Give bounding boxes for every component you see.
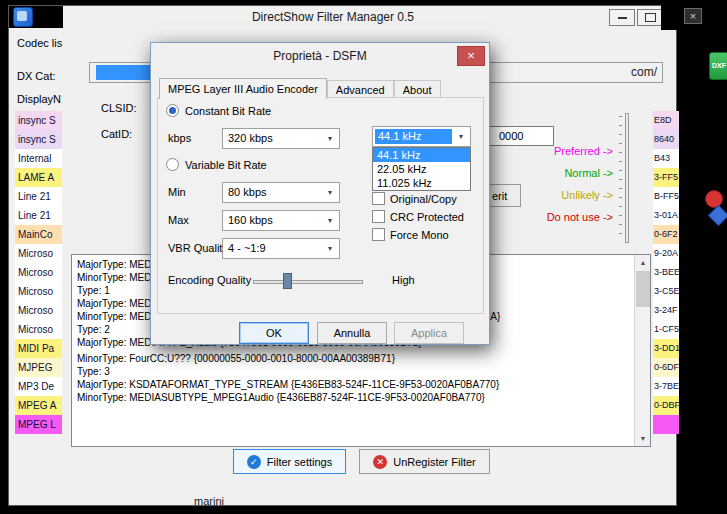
sample-rate-combobox[interactable]: 44.1 kHz ▾ xyxy=(372,126,471,147)
tab-mpeg-encoder[interactable]: MPEG Layer III Audio Encoder xyxy=(159,78,327,99)
vbr-quality-combobox[interactable]: 4 - ~1:9 ▾ xyxy=(222,238,340,259)
clsid-list-row[interactable]: 3-C5E xyxy=(653,282,679,301)
ok-button[interactable]: OK xyxy=(239,322,309,344)
constant-bitrate-label: Constant Bit Rate xyxy=(185,105,271,117)
maximize-icon xyxy=(645,13,656,22)
vbr-max-combobox[interactable]: 160 kbps ▾ xyxy=(222,210,340,231)
filter-list-row[interactable]: MIDI Pa xyxy=(15,339,62,358)
apply-button[interactable]: Applica xyxy=(394,322,464,344)
filter-list-row[interactable]: Microso xyxy=(15,301,62,320)
dropdown-arrow-icon: ▾ xyxy=(323,183,337,202)
dropdown-arrow-icon: ▾ xyxy=(323,211,337,230)
clsid-list-row[interactable]: 0-6F2 xyxy=(653,225,679,244)
output-line: MinorType: MEDIASUBTYPE_MPEG1Audio {E436… xyxy=(77,391,485,404)
merit-slider-groove xyxy=(625,113,629,243)
vbr-max-value: 160 kbps xyxy=(228,211,273,230)
filter-settings-label: Filter settings xyxy=(267,456,332,468)
minimize-icon xyxy=(618,17,627,19)
filter-list-row[interactable]: Microso xyxy=(15,320,62,339)
dx-cat-label: DX Cat: xyxy=(17,70,56,82)
codec-list-label: Codec lis xyxy=(17,37,62,49)
dropdown-option[interactable]: 11.025 kHz xyxy=(373,176,470,190)
sample-rate-dropdown-list: 44.1 kHz 22.05 kHz 11.025 kHz xyxy=(372,147,471,191)
clsid-list-row[interactable]: 3-7BE1 xyxy=(653,377,679,396)
clsid-list-row[interactable]: 9-20A xyxy=(653,244,679,263)
filter-list-row[interactable]: MP3 De xyxy=(15,377,62,396)
filter-list-row[interactable]: MainCo xyxy=(15,225,62,244)
output-line: Type: 1 xyxy=(77,284,110,297)
clsid-list-row[interactable]: 3-DD1 xyxy=(653,339,679,358)
crc-protected-checkbox[interactable] xyxy=(372,210,385,223)
tab-about[interactable]: About xyxy=(394,80,441,98)
app-icon-glyph xyxy=(17,11,27,21)
merit-slider[interactable] xyxy=(619,113,633,243)
vbr-min-label: Min xyxy=(168,186,186,198)
filter-list-row[interactable]: LAME A xyxy=(15,168,62,187)
filter-list-row[interactable]: Microso xyxy=(15,244,62,263)
maximize-button[interactable] xyxy=(637,9,663,26)
original-copy-label: Original/Copy xyxy=(390,193,457,205)
vbr-quality-label: VBR Quality xyxy=(168,242,228,254)
main-window-title: DirectShow Filter Manager 0.5 xyxy=(63,6,603,28)
slider-thumb[interactable] xyxy=(283,273,292,289)
dsfm-app-icon[interactable] xyxy=(13,7,33,27)
dropdown-arrow-icon: ▾ xyxy=(323,129,337,148)
filter-list-row[interactable]: Microso xyxy=(15,263,62,282)
clsid-list-row[interactable]: 1-CF5 xyxy=(653,320,679,339)
filter-list-row[interactable]: MPEG L xyxy=(15,415,62,434)
filter-list-row[interactable]: Microso xyxy=(15,282,62,301)
sample-rate-value: 44.1 kHz xyxy=(378,127,421,146)
variable-bitrate-label: Variable Bit Rate xyxy=(185,159,267,171)
filter-list-row[interactable]: insync S xyxy=(15,111,62,130)
scroll-up-icon[interactable]: ▲ xyxy=(635,255,651,270)
tab-advanced[interactable]: Advanced xyxy=(327,80,394,98)
clsid-list-row[interactable]: 3-24F xyxy=(653,301,679,320)
vbr-min-value: 80 kbps xyxy=(228,183,267,202)
cancel-button[interactable]: Annulla xyxy=(317,322,387,344)
vbr-min-combobox[interactable]: 80 kbps ▾ xyxy=(222,182,340,203)
cbr-kbps-combobox[interactable]: 320 kbps ▾ xyxy=(222,128,340,149)
filter-settings-button[interactable]: ✓ Filter settings xyxy=(233,449,346,474)
dropdown-arrow-icon: ▾ xyxy=(323,239,337,258)
clsid-list-row[interactable]: E8D xyxy=(653,111,679,130)
filter-list-row[interactable]: MJPEG xyxy=(15,358,62,377)
dropdown-option[interactable]: 44.1 kHz xyxy=(373,148,470,162)
filter-list-row[interactable]: Line 21 xyxy=(15,187,62,206)
encoding-quality-slider[interactable] xyxy=(253,272,368,290)
constant-bitrate-radio[interactable] xyxy=(166,104,179,117)
desktop-icon-media[interactable] xyxy=(702,190,727,232)
clsid-list-row[interactable]: 0-6DF1 xyxy=(653,358,679,377)
tab-strip: MPEG Layer III Audio Encoder Advanced Ab… xyxy=(159,77,441,98)
filter-list-row[interactable]: Line 21 xyxy=(15,206,62,225)
desktop-icon-dxf[interactable]: DXF xyxy=(709,52,727,80)
filter-list-row[interactable]: MPEG A xyxy=(15,396,62,415)
minimize-button[interactable] xyxy=(609,9,635,26)
clsid-list-row[interactable]: 3-01A xyxy=(653,206,679,225)
scrollbar-thumb[interactable] xyxy=(636,271,650,307)
cbr-kbps-value: 320 kbps xyxy=(228,129,273,148)
original-copy-checkbox[interactable] xyxy=(372,192,385,205)
dialog-close-button[interactable]: × xyxy=(457,46,485,66)
force-mono-checkbox[interactable] xyxy=(372,228,385,241)
output-scrollbar[interactable]: ▲ ▼ xyxy=(634,255,650,446)
background-close-button[interactable]: × xyxy=(684,8,702,24)
clsid-list-row[interactable]: 3-FF5 xyxy=(653,168,679,187)
clsid-list-row[interactable]: 3-BEE xyxy=(653,263,679,282)
unregister-circle-icon: ✕ xyxy=(373,455,387,469)
output-line: MajorType: KSDATAFORMAT_TYPE_STREAM {E43… xyxy=(77,378,499,391)
filter-list-row[interactable]: Internal xyxy=(15,149,62,168)
filter-list-row[interactable]: insync S xyxy=(15,130,62,149)
kbps-label: kbps xyxy=(168,132,191,144)
variable-bitrate-radio[interactable] xyxy=(166,158,179,171)
clsid-list-row[interactable]: B43 xyxy=(653,149,679,168)
clsid-list-row[interactable] xyxy=(653,415,679,434)
titlebar-dark-strip xyxy=(9,6,63,28)
scroll-down-icon[interactable]: ▼ xyxy=(635,431,651,446)
clsid-list-row[interactable]: 8640 xyxy=(653,130,679,149)
clsid-list-row[interactable]: 0-DBF xyxy=(653,396,679,415)
dropdown-option[interactable]: 22.05 kHz xyxy=(373,162,470,176)
check-circle-icon: ✓ xyxy=(247,455,261,469)
unregister-filter-button[interactable]: ✕ UnRegister Filter xyxy=(359,449,490,474)
clsid-list-row[interactable]: B-FF5 xyxy=(653,187,679,206)
properties-dialog: Proprietà - DSFM × MPEG Layer III Audio … xyxy=(150,42,490,345)
